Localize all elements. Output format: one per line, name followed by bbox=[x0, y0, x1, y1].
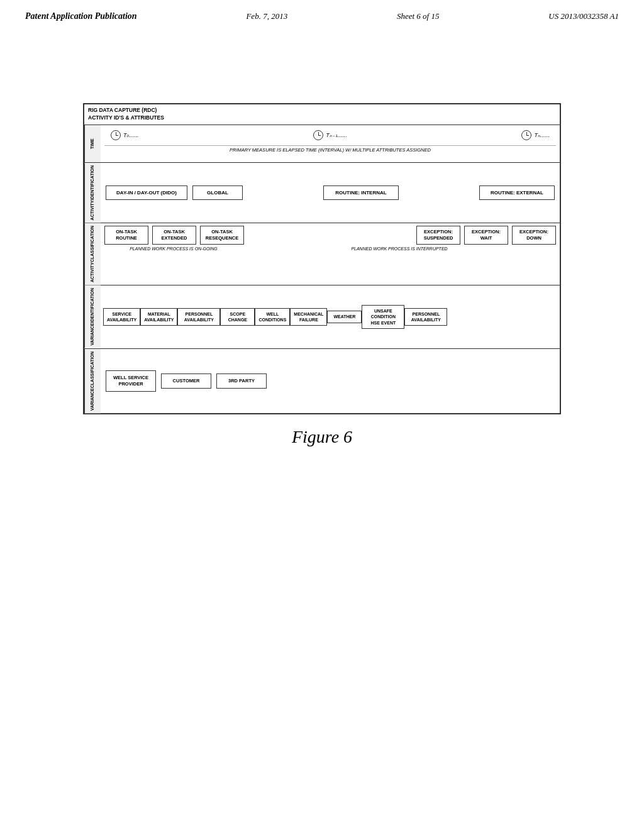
variance-class-row: VARIANCE CLASSIFICATION WELL SERVICEPROV… bbox=[84, 349, 560, 413]
routine-internal-item: ROUTINE: INTERNAL bbox=[323, 185, 399, 200]
activity-class-labels: PLANNED WORK PROCESS IS ON-GOING PLANNED… bbox=[104, 245, 556, 253]
time-row: TIME T₀...... Tₙ₋₁...... Tₙ. bbox=[84, 125, 560, 163]
title-line1: RIG DATA CAPTURE (RDC) bbox=[88, 107, 556, 114]
tn1-label: Tₙ₋₁...... bbox=[326, 132, 347, 138]
class-on-task-routine: ON-TASKROUTINE bbox=[104, 226, 148, 245]
class-on-task-resequence: ON-TASKRESEQUENCE bbox=[200, 226, 244, 245]
activity-id-label: ACTIVITY IDENTIFICATION bbox=[84, 163, 101, 223]
time-label: TIME bbox=[84, 125, 101, 162]
clock-icon-tn bbox=[521, 130, 531, 140]
rdc-diagram: RIG DATA CAPTURE (RDC) ACTIVITY ID'S & A… bbox=[83, 103, 561, 414]
activity-class-content: ON-TASKROUTINE ON-TASKEXTENDED ON-TASKRE… bbox=[101, 223, 560, 285]
variance-class-content: WELL SERVICEPROVIDER CUSTOMER 3RD PARTY bbox=[101, 349, 560, 413]
var-personnel-availability: PERSONNELAVAILABILITY bbox=[177, 308, 220, 326]
time-icons: T₀...... Tₙ₋₁...... Tₙ...... bbox=[104, 128, 556, 143]
variance-id-row: VARIANCE IDENTIFICATION SERVICEAVAILABIL… bbox=[84, 285, 560, 349]
header-sheet: Sheet 6 of 15 bbox=[397, 11, 440, 21]
var-service-availability: SERVICEAVAILABILITY bbox=[103, 308, 140, 326]
var-well-conditions: WELLCONDITIONS bbox=[255, 308, 290, 326]
var-unsafe-condition: UNSAFECONDITIONHSE EVENT bbox=[362, 305, 404, 328]
var-scope-change: SCOPECHANGE bbox=[220, 308, 255, 326]
figure-container: RIG DATA CAPTURE (RDC) ACTIVITY ID'S & A… bbox=[77, 103, 567, 447]
header-publication: Patent Application Publication bbox=[25, 11, 137, 21]
class-exception-down: EXCEPTION:DOWN bbox=[512, 226, 556, 245]
clock-icon-tn1 bbox=[313, 130, 323, 140]
activity-class-items: ON-TASKROUTINE ON-TASKEXTENDED ON-TASKRE… bbox=[104, 226, 556, 245]
header-patent: US 2013/0032358 A1 bbox=[548, 11, 619, 21]
var-mechanical-failure: MECHANICALFAILURE bbox=[290, 308, 327, 326]
var-class-provider: WELL SERVICEPROVIDER bbox=[106, 370, 156, 392]
var-personnel-availability-2: PERSONNELAVAILABILITY bbox=[404, 308, 447, 326]
class-on-task-extended: ON-TASKEXTENDED bbox=[152, 226, 196, 245]
activity-id-content: DAY-IN / DAY-OUT (DIDO) GLOBAL ROUTINE: … bbox=[101, 163, 560, 223]
tn-label: Tₙ...... bbox=[534, 132, 550, 138]
time-t0: T₀...... bbox=[111, 130, 139, 140]
var-material-availability: MATERIALAVAILABILITY bbox=[140, 308, 177, 326]
time-content: T₀...... Tₙ₋₁...... Tₙ...... PRIMARY MEA… bbox=[101, 125, 560, 162]
t0-label: T₀...... bbox=[123, 132, 139, 138]
header-date: Feb. 7, 2013 bbox=[246, 11, 287, 21]
var-class-customer: CUSTOMER bbox=[161, 374, 211, 389]
time-subtitle: PRIMARY MEASURE IS ELAPSED TIME (INTERVA… bbox=[104, 145, 556, 154]
variance-class-label: VARIANCE CLASSIFICATION bbox=[84, 349, 101, 413]
clock-icon-t0 bbox=[111, 130, 121, 140]
var-class-3rd-party: 3RD PARTY bbox=[216, 374, 267, 389]
class-exception-suspended: EXCEPTION:SUSPENDED bbox=[416, 226, 460, 245]
variance-id-label: VARIANCE IDENTIFICATION bbox=[84, 285, 101, 348]
label-planned-ongoing: PLANNED WORK PROCESS IS ON-GOING bbox=[104, 246, 243, 251]
title-line2: ACTIVITY ID'S & ATTRIBUTES bbox=[88, 114, 556, 122]
var-weather: WEATHER bbox=[327, 311, 362, 323]
main-content: RIG DATA CAPTURE (RDC) ACTIVITY ID'S & A… bbox=[0, 28, 644, 447]
global-item: GLOBAL bbox=[192, 185, 243, 200]
time-tn1: Tₙ₋₁...... bbox=[313, 130, 347, 140]
dido-item: DAY-IN / DAY-OUT (DIDO) bbox=[106, 185, 187, 200]
label-planned-interrupted: PLANNED WORK PROCESS IS INTERRUPTED bbox=[243, 246, 556, 251]
activity-id-row: ACTIVITY IDENTIFICATION DAY-IN / DAY-OUT… bbox=[84, 163, 560, 223]
time-tn: Tₙ...... bbox=[521, 130, 550, 140]
figure-caption: Figure 6 bbox=[292, 427, 352, 447]
activity-class-label: ACTIVITY CLASSIFICATION bbox=[84, 223, 101, 285]
class-exception-wait: EXCEPTION:WAIT bbox=[464, 226, 508, 245]
activity-class-row: ACTIVITY CLASSIFICATION ON-TASKROUTINE O… bbox=[84, 223, 560, 285]
variance-id-content: SERVICEAVAILABILITY MATERIALAVAILABILITY… bbox=[101, 285, 560, 348]
diagram-title: RIG DATA CAPTURE (RDC) ACTIVITY ID'S & A… bbox=[84, 104, 560, 125]
routine-external-item: ROUTINE: EXTERNAL bbox=[479, 185, 555, 200]
page-header: Patent Application Publication Feb. 7, 2… bbox=[0, 0, 644, 28]
